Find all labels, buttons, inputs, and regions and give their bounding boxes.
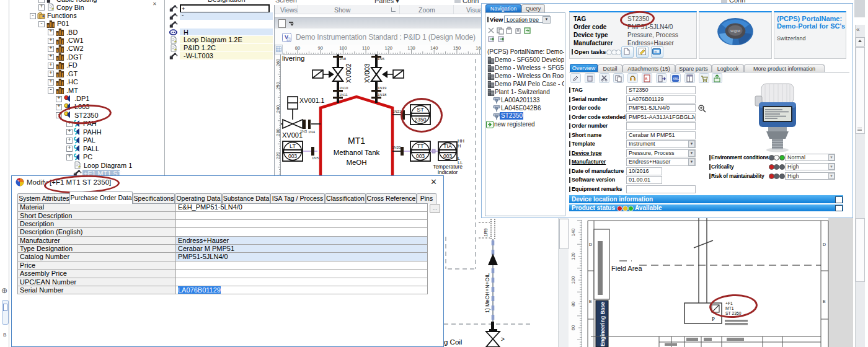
svg-text:XV002: XV002 (345, 63, 352, 83)
svg-text:140: 140 (570, 229, 576, 237)
svg-text:P: P (712, 316, 715, 322)
svg-text:LT: LT (290, 143, 296, 149)
svg-text:1N11: 1N11 (339, 93, 348, 97)
svg-text:TT: TT (417, 143, 424, 149)
svg-text:1N10: 1N10 (339, 86, 348, 90)
svg-text:120: 120 (385, 45, 393, 51)
svg-text:1N20: 1N20 (392, 146, 401, 149)
svg-text:1N4: 1N4 (308, 130, 316, 134)
svg-text:1N6: 1N6 (378, 57, 385, 61)
svg-text:Indicator: Indicator (438, 169, 458, 175)
svg-text:1N5: 1N5 (312, 156, 319, 160)
svg-text:W@M: W@M (730, 29, 740, 33)
svg-text:Methanol Tank: Methanol Tank (334, 149, 380, 156)
svg-text:A: A (645, 77, 648, 81)
svg-text:1R9: 1R9 (483, 228, 489, 237)
svg-text:003: 003 (288, 153, 297, 159)
svg-text:TIA: TIA (443, 143, 452, 149)
svg-text:m: m (655, 50, 657, 53)
svg-text:110: 110 (362, 45, 370, 51)
svg-text:D: D (823, 242, 826, 247)
svg-text:150: 150 (453, 45, 461, 51)
svg-text:80: 80 (570, 301, 576, 306)
svg-text:130: 130 (407, 45, 415, 51)
svg-text:1) MeOH+N+OIL: 1) MeOH+N+OIL (484, 273, 490, 313)
svg-text:E: E (589, 299, 592, 304)
svg-text:100: 100 (570, 276, 576, 284)
svg-text:MeOH: MeOH (346, 159, 366, 166)
svg-text:XV001.1: XV001.1 (299, 97, 324, 104)
svg-text:E: E (823, 299, 826, 304)
svg-text:XV001: XV001 (282, 131, 303, 139)
svg-text:1N8: 1N8 (339, 57, 347, 61)
svg-text:80: 80 (295, 45, 300, 51)
svg-text:100: 100 (339, 45, 347, 51)
svg-text:livering: livering (282, 55, 304, 62)
svg-text:1N18: 1N18 (378, 93, 387, 97)
svg-text:MT1: MT1 (348, 136, 365, 146)
svg-text:90: 90 (318, 45, 323, 51)
svg-text:1N19: 1N19 (378, 86, 387, 90)
svg-text:Field Area: Field Area (611, 265, 642, 272)
svg-text:H: H (458, 143, 461, 149)
svg-text:XML: XML (673, 77, 680, 81)
svg-text:g Coil: g Coil (444, 338, 462, 346)
svg-text:XV003: XV003 (363, 63, 371, 83)
svg-text:60: 60 (570, 325, 576, 330)
svg-text:140: 140 (430, 45, 438, 51)
svg-text:003: 003 (443, 153, 452, 159)
svg-text:>: > (501, 336, 505, 343)
svg-text:120: 120 (570, 252, 576, 260)
svg-text:Engineering Base: Engineering Base (600, 302, 606, 346)
svg-text:003: 003 (416, 153, 425, 159)
svg-text:D: D (589, 242, 592, 247)
